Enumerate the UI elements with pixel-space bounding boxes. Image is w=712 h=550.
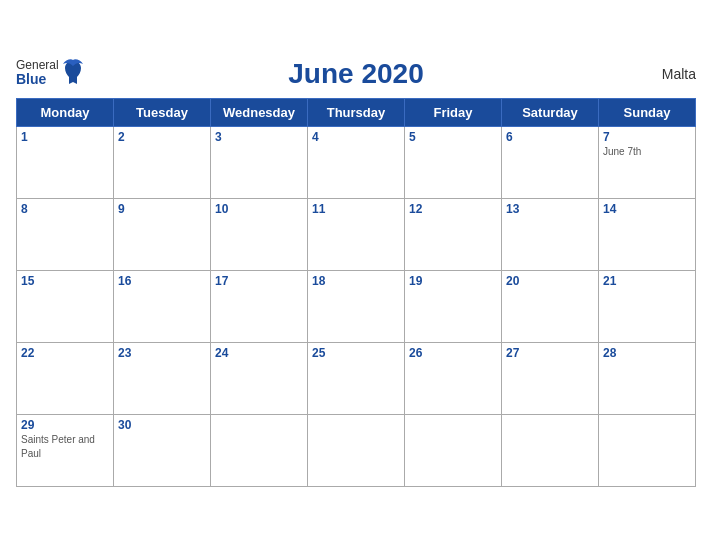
day-cell: 4 — [308, 126, 405, 198]
day-cell — [211, 414, 308, 486]
day-number: 16 — [118, 274, 206, 288]
day-cell: 24 — [211, 342, 308, 414]
event-text: Saints Peter and Paul — [21, 434, 95, 459]
day-number: 28 — [603, 346, 691, 360]
day-number: 20 — [506, 274, 594, 288]
day-cell: 19 — [405, 270, 502, 342]
day-number: 8 — [21, 202, 109, 216]
day-cell: 15 — [17, 270, 114, 342]
day-number: 1 — [21, 130, 109, 144]
day-number: 10 — [215, 202, 303, 216]
day-number: 22 — [21, 346, 109, 360]
country-label: Malta — [662, 66, 696, 82]
day-cell: 25 — [308, 342, 405, 414]
day-cell: 23 — [114, 342, 211, 414]
day-number: 23 — [118, 346, 206, 360]
day-number: 27 — [506, 346, 594, 360]
logo-bird-icon — [61, 58, 85, 90]
day-cell: 29Saints Peter and Paul — [17, 414, 114, 486]
day-cell: 21 — [599, 270, 696, 342]
calendar-title: June 2020 — [288, 58, 423, 90]
day-cell: 27 — [502, 342, 599, 414]
day-cell: 10 — [211, 198, 308, 270]
day-cell: 17 — [211, 270, 308, 342]
day-cell: 16 — [114, 270, 211, 342]
header-wednesday: Wednesday — [211, 98, 308, 126]
day-number: 12 — [409, 202, 497, 216]
day-cell: 20 — [502, 270, 599, 342]
logo-blue: Blue — [16, 72, 59, 87]
day-cell: 22 — [17, 342, 114, 414]
day-number: 11 — [312, 202, 400, 216]
week-row-4: 22232425262728 — [17, 342, 696, 414]
day-number: 25 — [312, 346, 400, 360]
week-row-1: 1234567June 7th — [17, 126, 696, 198]
day-cell: 28 — [599, 342, 696, 414]
day-cell: 14 — [599, 198, 696, 270]
day-number: 2 — [118, 130, 206, 144]
calendar-grid: Monday Tuesday Wednesday Thursday Friday… — [16, 98, 696, 487]
calendar-container: General Blue June 2020 Malta Monday Tues… — [0, 48, 712, 503]
days-header-row: Monday Tuesday Wednesday Thursday Friday… — [17, 98, 696, 126]
day-number: 7 — [603, 130, 691, 144]
day-cell: 12 — [405, 198, 502, 270]
day-cell: 30 — [114, 414, 211, 486]
day-cell: 3 — [211, 126, 308, 198]
day-number: 21 — [603, 274, 691, 288]
day-cell: 1 — [17, 126, 114, 198]
day-number: 5 — [409, 130, 497, 144]
day-cell — [308, 414, 405, 486]
day-number: 30 — [118, 418, 206, 432]
day-number: 9 — [118, 202, 206, 216]
day-number: 24 — [215, 346, 303, 360]
day-cell: 6 — [502, 126, 599, 198]
day-cell: 5 — [405, 126, 502, 198]
day-cell: 11 — [308, 198, 405, 270]
header-saturday: Saturday — [502, 98, 599, 126]
header-sunday: Sunday — [599, 98, 696, 126]
event-text: June 7th — [603, 146, 641, 157]
header-tuesday: Tuesday — [114, 98, 211, 126]
day-number: 15 — [21, 274, 109, 288]
day-cell: 7June 7th — [599, 126, 696, 198]
week-row-3: 15161718192021 — [17, 270, 696, 342]
day-cell: 8 — [17, 198, 114, 270]
day-cell: 2 — [114, 126, 211, 198]
day-number: 13 — [506, 202, 594, 216]
header-monday: Monday — [17, 98, 114, 126]
week-row-5: 29Saints Peter and Paul30 — [17, 414, 696, 486]
day-cell: 18 — [308, 270, 405, 342]
week-row-2: 891011121314 — [17, 198, 696, 270]
day-number: 26 — [409, 346, 497, 360]
day-number: 19 — [409, 274, 497, 288]
day-cell — [599, 414, 696, 486]
header-thursday: Thursday — [308, 98, 405, 126]
calendar-header: General Blue June 2020 Malta — [16, 58, 696, 90]
day-cell — [405, 414, 502, 486]
day-number: 14 — [603, 202, 691, 216]
header-friday: Friday — [405, 98, 502, 126]
day-number: 3 — [215, 130, 303, 144]
day-cell: 9 — [114, 198, 211, 270]
day-number: 18 — [312, 274, 400, 288]
day-cell: 13 — [502, 198, 599, 270]
day-number: 6 — [506, 130, 594, 144]
logo-area: General Blue — [16, 58, 85, 90]
day-number: 29 — [21, 418, 109, 432]
day-cell: 26 — [405, 342, 502, 414]
day-number: 17 — [215, 274, 303, 288]
day-cell — [502, 414, 599, 486]
day-number: 4 — [312, 130, 400, 144]
